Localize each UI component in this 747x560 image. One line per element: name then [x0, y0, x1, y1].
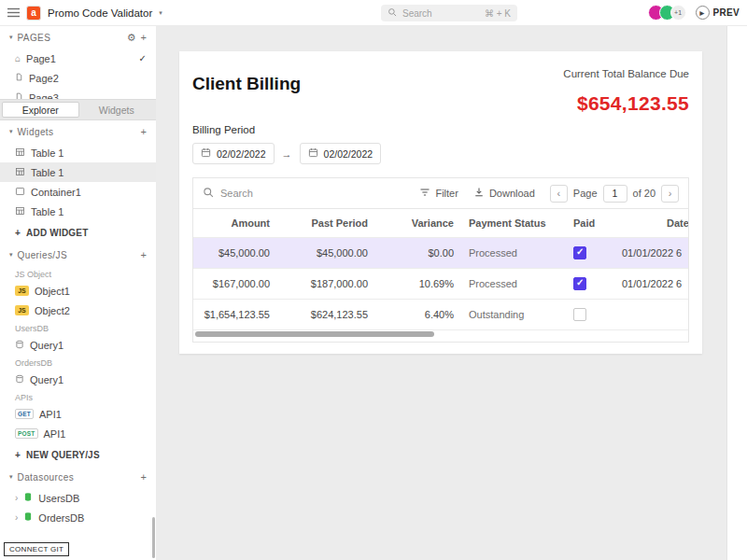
table-search-input[interactable]: Search	[203, 187, 419, 200]
paid-checkbox[interactable]	[573, 246, 586, 259]
api-label: API1	[44, 428, 66, 440]
search-icon	[388, 7, 397, 19]
balance-label: Current Total Balance Due	[563, 68, 689, 79]
widget-item-container1[interactable]: Container1	[0, 182, 156, 202]
page-label: Page2	[29, 73, 59, 84]
new-query-button[interactable]: + NEW QUERY/JS	[0, 443, 156, 466]
billing-table: Amount Past Period Variance Payment Stat…	[193, 209, 688, 330]
column-header-paid[interactable]: Paid	[566, 209, 614, 238]
collapse-widgets-icon[interactable]: ▾	[9, 128, 13, 135]
sidebar-item-page3[interactable]: Page3	[0, 88, 156, 99]
avatar-overflow-badge[interactable]: +1	[670, 5, 686, 21]
collapse-datasources-icon[interactable]: ▾	[9, 473, 13, 481]
horizontal-scrollbar-thumb[interactable]	[195, 331, 434, 337]
amount-cell: $1,654,123.55	[193, 300, 277, 330]
next-page-button[interactable]: ›	[661, 185, 679, 203]
add-page-icon[interactable]: +	[141, 32, 147, 43]
datasources-section-title: Datasources	[18, 472, 75, 483]
tab-explorer[interactable]: Explorer	[2, 102, 79, 118]
api1-post-item[interactable]: POST API1	[0, 424, 156, 443]
explorer-sidebar: ▾ PAGES ⚙ + ⌂ Page1 ✓ Page2 Page3 Explor…	[0, 26, 157, 560]
js-object-label: Object2	[35, 305, 70, 316]
arrow-right-icon: →	[282, 148, 292, 160]
preview-button[interactable]: ▶ PREV	[696, 6, 740, 20]
js-object1-item[interactable]: JS Object1	[0, 281, 156, 301]
variance-cell: $0.00	[375, 238, 461, 269]
paid-checkbox[interactable]	[573, 308, 586, 321]
table-widget-icon	[15, 167, 25, 178]
datasource-ordersdb-item[interactable]: › OrdersDB	[0, 508, 156, 527]
api1-get-item[interactable]: GET API1	[0, 404, 156, 424]
amount-cell: $167,000.00	[193, 269, 277, 300]
page-number-input[interactable]	[603, 185, 627, 203]
container-widget-icon	[15, 187, 25, 198]
ordersdb-query1-item[interactable]: Query1	[0, 370, 156, 389]
datasource-usersdb-item[interactable]: › UsersDB	[0, 488, 156, 508]
prev-page-button[interactable]: ‹	[550, 185, 568, 203]
filter-button[interactable]: Filter	[419, 187, 458, 200]
collapse-queries-icon[interactable]: ▾	[9, 251, 13, 259]
table-row[interactable]: $167,000.00 $187,000.00 10.69% Processed…	[193, 269, 688, 300]
widget-item-table1-selected[interactable]: Table 1	[0, 162, 156, 182]
widget-item-table1-2[interactable]: Table 1	[0, 202, 156, 221]
date-to-input[interactable]: 02/02/2022	[300, 143, 382, 164]
hamburger-menu-icon[interactable]	[7, 7, 20, 18]
app-menu-chevron-icon[interactable]: ▾	[159, 9, 162, 17]
property-pane-collapsed-strip	[726, 26, 747, 560]
column-header-payment-status[interactable]: Payment Status	[461, 209, 566, 238]
date-cell: 01/01/2022 6	[614, 269, 688, 300]
add-widget-icon[interactable]: +	[141, 126, 147, 137]
search-placeholder: Search	[402, 8, 479, 19]
add-widget-button[interactable]: + ADD WIDGET	[0, 221, 156, 244]
table-scroll-area: Amount Past Period Variance Payment Stat…	[193, 209, 688, 330]
widget-item-table1[interactable]: Table 1	[0, 143, 156, 162]
tab-widgets[interactable]: Widgets	[79, 102, 155, 118]
collaborator-avatars[interactable]: +1	[648, 5, 686, 21]
sidebar-scrollbar[interactable]	[152, 517, 155, 558]
add-query-icon[interactable]: +	[141, 249, 147, 260]
collapse-pages-icon[interactable]: ▾	[9, 34, 13, 41]
table-row[interactable]: $1,654,123.55 $624,123.55 6.40% Outstand…	[193, 300, 688, 330]
column-header-variance[interactable]: Variance	[375, 209, 461, 238]
add-datasource-icon[interactable]: +	[141, 471, 147, 483]
usersdb-query1-item[interactable]: Query1	[0, 335, 156, 355]
pages-section-title: PAGES	[18, 33, 51, 43]
table-row[interactable]: $45,000.00 $45,000.00 $0.00 Processed 01…	[193, 238, 688, 269]
calendar-icon	[308, 147, 318, 160]
date-from-input[interactable]: 02/02/2022	[192, 143, 275, 164]
page-label: Page1	[26, 53, 56, 64]
column-header-amount[interactable]: Amount	[193, 209, 277, 238]
column-header-past-period[interactable]: Past Period	[277, 209, 375, 238]
filter-icon	[419, 187, 430, 200]
column-header-date[interactable]: Date	[614, 209, 688, 238]
js-object2-item[interactable]: JS Object2	[0, 301, 156, 320]
connect-git-button[interactable]: CONNECT GIT	[4, 542, 69, 556]
expand-chevron-icon[interactable]: ›	[15, 512, 18, 523]
datasources-section-header: ▾ Datasources +	[0, 466, 156, 488]
global-search-input[interactable]: Search ⌘ + K	[381, 5, 517, 21]
widgets-section-header: ▾ Widgets +	[0, 120, 156, 143]
table-header-row: Amount Past Period Variance Payment Stat…	[193, 209, 688, 238]
widget-label: Container1	[31, 187, 81, 198]
table-search-placeholder: Search	[220, 188, 253, 199]
billing-table-widget: Search Filter Download ‹ Page of 20 ›	[192, 177, 689, 343]
queries-section-header: ▾ Queries/JS +	[0, 244, 156, 266]
plus-icon: +	[15, 450, 21, 460]
pages-settings-gear-icon[interactable]: ⚙	[127, 32, 136, 44]
top-navbar: a Promo Code Validator ▾ Search ⌘ + K +1…	[0, 0, 747, 26]
table-widget-icon	[15, 147, 25, 159]
page-title: Client Billing	[192, 74, 301, 94]
sidebar-item-page2[interactable]: Page2	[0, 68, 156, 88]
widget-label: Table 1	[31, 206, 63, 217]
search-icon	[203, 187, 214, 200]
paid-checkbox[interactable]	[573, 277, 586, 290]
js-object-label: Object1	[35, 286, 70, 297]
pages-list: ⌂ Page1 ✓ Page2 Page3	[0, 49, 156, 99]
search-shortcut-hint: ⌘ + K	[485, 8, 511, 19]
app-name[interactable]: Promo Code Validator	[48, 7, 152, 19]
download-button[interactable]: Download	[473, 187, 535, 200]
container-widget: Client Billing Current Total Balance Due…	[179, 51, 702, 354]
app-logo[interactable]: a	[26, 6, 41, 21]
expand-chevron-icon[interactable]: ›	[15, 493, 18, 503]
sidebar-item-page1[interactable]: ⌂ Page1 ✓	[0, 49, 156, 68]
